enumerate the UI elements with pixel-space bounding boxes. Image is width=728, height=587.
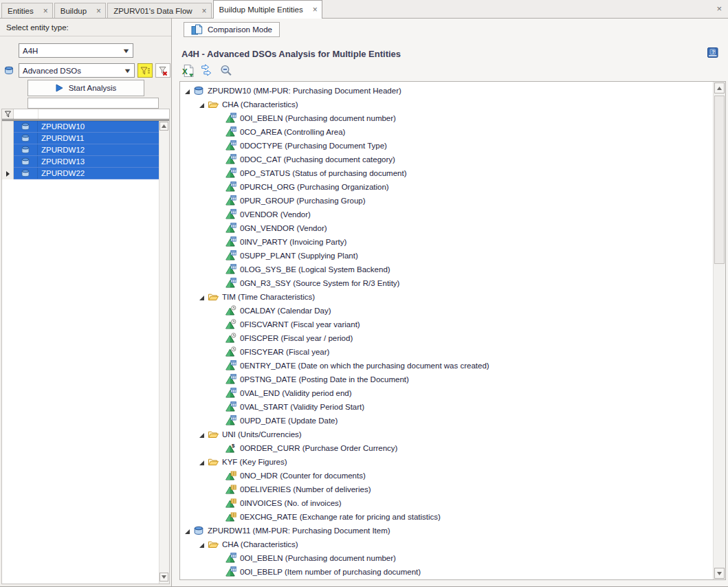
help-book-icon[interactable]: ? [707, 47, 719, 59]
tree-row[interactable]: 0PSTNG_DATE (Posting Date in the Documen… [180, 373, 714, 386]
tree-row[interactable]: 0EXCHG_RATE (Exchange rate for pricing a… [180, 510, 714, 524]
tree-row-label: 0LOG_SYS_BE (Logical System Backend) [240, 265, 390, 274]
tree-expanded-arrow-icon[interactable] [184, 88, 190, 94]
tab-buildup-multiple-entities[interactable]: Buildup Multiple Entities× [213, 0, 322, 19]
tree-row[interactable]: 0FISCYEAR (Fiscal year) [180, 345, 714, 359]
system-select[interactable]: A4H ▼ [19, 43, 133, 58]
start-analysis-button[interactable]: Start Analysis [27, 80, 144, 96]
tree-row[interactable]: CHA (Characteristics) [180, 538, 714, 551]
tree-row[interactable]: 0LOG_SYS_BE (Logical System Backend) [180, 263, 714, 276]
scroll-down-button[interactable] [159, 573, 168, 582]
characteristic-icon [225, 223, 236, 234]
tree-row[interactable]: 0INV_PARTY (Invoicing Party) [180, 235, 714, 249]
set-filter-button[interactable] [137, 63, 153, 78]
tab-close-icon[interactable]: × [96, 7, 101, 15]
tree-row[interactable]: CHA (Characteristics) [180, 98, 714, 111]
tree-row[interactable]: TIM (Time Characteristics) [180, 290, 714, 304]
filter-cell-name[interactable] [38, 109, 169, 119]
entity-list-scrollbar[interactable] [159, 121, 169, 584]
tree-row[interactable]: 0GN_VENDOR (Vendor) [180, 221, 714, 235]
tree-row-label: 0VAL_END (Validity period end) [240, 389, 352, 397]
tree-expanded-arrow-icon[interactable] [199, 542, 205, 548]
entity-row[interactable]: ZPURDW13 [2, 156, 159, 168]
tree-row[interactable]: $0ORDER_CURR (Purchase Order Currency) [180, 441, 714, 455]
characteristic-icon [225, 195, 236, 206]
export-arrows-icon[interactable] [200, 64, 214, 78]
tree-row[interactable] [180, 579, 714, 579]
folder-open-icon [208, 539, 219, 550]
entity-row[interactable]: ZPURDW11 [2, 133, 159, 144]
tree-row[interactable]: 0GN_R3_SSY (Source System for R/3 Entity… [180, 276, 714, 290]
tree-row[interactable]: 0DOCTYPE (Purchasing Document Type) [180, 139, 714, 153]
tree-row[interactable]: ZPURDW10 (MM-PUR: Purchasing Document He… [180, 84, 714, 98]
tree-row[interactable]: 0NO_HDR (Counter for documents) [180, 469, 714, 483]
tree-expanded-arrow-icon[interactable] [199, 432, 205, 438]
filter-cell-icon[interactable] [14, 109, 38, 119]
entity-type-select[interactable]: Advanced DSOs ▼ [19, 63, 135, 78]
keyfigure-icon [225, 484, 236, 495]
tree-row[interactable]: 0ENTRY_DATE (Date on which the purchasin… [180, 359, 714, 373]
tab-zpurv01-s-data-flow[interactable]: ZPURV01's Data Flow× [107, 3, 211, 18]
clear-filter-button[interactable] [155, 63, 170, 78]
tab-close-icon[interactable]: × [313, 5, 318, 14]
tree-row[interactable]: 0UPD_DATE (Update Date) [180, 414, 714, 428]
tree-row[interactable]: ZPURDW11 (MM-PUR: Purchasing Document It… [180, 524, 714, 538]
characteristic-icon [225, 250, 236, 261]
entity-row[interactable]: ZPURDW10 [2, 121, 159, 133]
tree-row-label: 0FISCYEAR (Fiscal year) [240, 348, 329, 356]
entity-filter-input[interactable] [27, 98, 159, 109]
tree-row[interactable]: 0DELIVERIES (Number of deliveries) [180, 483, 714, 496]
tree-row-label: 0INV_PARTY (Invoicing Party) [240, 238, 346, 246]
svg-text:$: $ [232, 443, 235, 449]
comparison-mode-label: Comparison Mode [208, 25, 272, 34]
tree-row[interactable]: 0VENDOR (Vendor) [180, 208, 714, 221]
export-excel-icon[interactable]: X [181, 64, 195, 78]
tree-scrollbar[interactable] [713, 82, 725, 579]
scroll-up-button[interactable] [714, 82, 725, 93]
tree-row-label: 0SUPP_PLANT (Supplying Plant) [240, 252, 358, 260]
comparison-mode-button[interactable]: Comparison Mode [184, 22, 280, 37]
tab-close-icon[interactable]: × [43, 7, 48, 15]
tree-row[interactable]: 0VAL_START (Validity Period Start) [180, 400, 714, 414]
tree-row-label: 0INVOICES (No. of invoices) [240, 499, 342, 507]
tree-row[interactable]: 0INVOICES (No. of invoices) [180, 496, 714, 510]
tree-row[interactable]: 0CALDAY (Calendar Day) [180, 304, 714, 318]
scroll-down-button[interactable] [714, 568, 725, 579]
tree-row[interactable]: KYF (Key Figures) [180, 455, 714, 469]
tree-row[interactable]: 0OI_EBELP (Item number of purchasing doc… [180, 565, 714, 579]
tree-expanded-arrow-icon[interactable] [199, 294, 205, 300]
tree-row[interactable]: 0DOC_CAT (Puchasing document category) [180, 153, 714, 166]
tree-row-label: 0PURCH_ORG (Purchasing Organization) [240, 183, 389, 191]
filter-row[interactable] [2, 109, 169, 121]
analysis-tree: ZPURDW10 (MM-PUR: Purchasing Document He… [179, 81, 726, 580]
tree-row[interactable]: 0SUPP_PLANT (Supplying Plant) [180, 249, 714, 263]
entity-row[interactable]: ZPURDW22 [2, 168, 159, 179]
tree-expanded-arrow-icon[interactable] [184, 528, 190, 534]
tree-row[interactable]: 0FISCPER (Fiscal year / period) [180, 331, 714, 345]
tree-row[interactable]: 0OI_EBELN (Purchasing document number) [180, 111, 714, 125]
tree-row[interactable]: 0OI_EBELN (Purchasing document number) [180, 551, 714, 565]
tree-row[interactable]: 0PO_STATUS (Status of purchasing documen… [180, 166, 714, 180]
tree-row[interactable]: 0PURCH_ORG (Purchasing Organization) [180, 180, 714, 194]
tree-row-label: 0PO_STATUS (Status of purchasing documen… [240, 169, 406, 177]
tree-row[interactable]: 0FISCVARNT (Fiscal year variant) [180, 318, 714, 331]
tree-expanded-arrow-icon[interactable] [199, 102, 205, 108]
tab-entities[interactable]: Entities× [1, 3, 53, 18]
tree-row-label: 0DOC_CAT (Puchasing document category) [240, 155, 395, 164]
scroll-up-button[interactable] [159, 122, 168, 131]
tab-buildup[interactable]: Buildup× [54, 3, 106, 18]
zoom-out-icon[interactable] [219, 64, 233, 78]
tree-row[interactable]: 0CO_AREA (Controlling Area) [180, 125, 714, 139]
entity-row[interactable]: ZPURDW12 [2, 144, 159, 156]
characteristic-icon [225, 360, 236, 371]
tree-row[interactable]: UNI (Units/Currencies) [180, 428, 714, 441]
tab-close-icon[interactable]: × [202, 7, 207, 15]
tabstrip-close-icon[interactable]: × [716, 3, 722, 14]
characteristic-icon [225, 566, 236, 577]
scrollbar-thumb[interactable] [714, 96, 725, 264]
keyfigure-icon [225, 470, 236, 481]
row-indicator [2, 156, 14, 168]
tree-row[interactable]: 0VAL_END (Validity period end) [180, 386, 714, 400]
tree-expanded-arrow-icon[interactable] [199, 459, 205, 465]
tree-row[interactable]: 0PUR_GROUP (Purchasing Group) [180, 194, 714, 208]
